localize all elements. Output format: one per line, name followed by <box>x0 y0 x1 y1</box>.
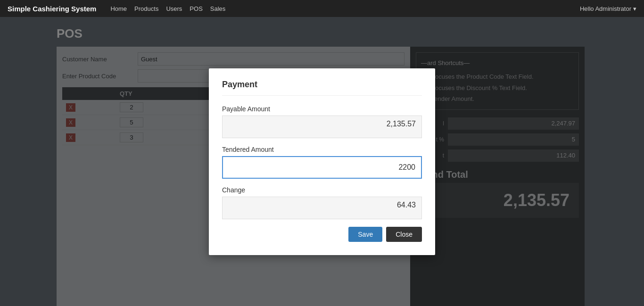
nav-home[interactable]: Home <box>110 5 127 12</box>
modal-overlay: Payment Payable Amount 2,135.57 Tendered… <box>0 17 644 306</box>
modal-title: Payment <box>222 80 422 96</box>
navbar: Simple Cashiering System Home Products U… <box>0 0 644 17</box>
change-label: Change <box>222 186 422 194</box>
navbar-user: Hello Administrator ▾ <box>580 5 636 12</box>
dropdown-icon[interactable]: ▾ <box>633 5 636 12</box>
navbar-brand: Simple Cashiering System <box>8 5 96 13</box>
tendered-amount-input[interactable] <box>222 156 422 179</box>
nav-pos[interactable]: POS <box>190 5 202 12</box>
change-display: 64.43 <box>222 197 422 219</box>
nav-products[interactable]: Products <box>134 5 158 12</box>
save-button[interactable]: Save <box>348 227 382 242</box>
nav-sales[interactable]: Sales <box>210 5 226 12</box>
payment-modal: Payment Payable Amount 2,135.57 Tendered… <box>209 68 435 255</box>
main-content: POS Customer Name Enter Product Code QTY… <box>0 17 644 306</box>
modal-buttons: Save Close <box>222 227 422 242</box>
close-button[interactable]: Close <box>386 227 422 242</box>
payable-label: Payable Amount <box>222 105 422 113</box>
payable-amount-display: 2,135.57 <box>222 116 422 138</box>
tendered-label: Tendered Amount <box>222 146 422 153</box>
navbar-links: Home Products Users POS Sales <box>110 5 570 12</box>
nav-users[interactable]: Users <box>166 5 182 12</box>
